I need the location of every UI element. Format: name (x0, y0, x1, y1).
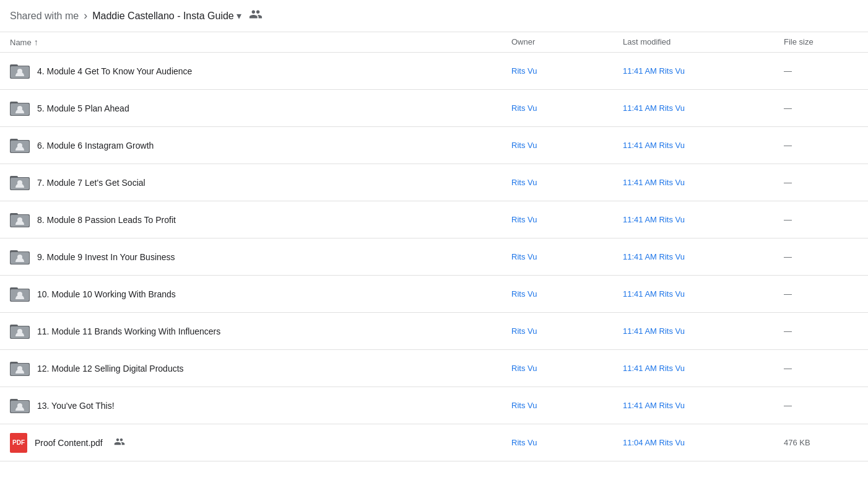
owner-cell: Rits Vu (511, 326, 623, 336)
owner-cell: Rits Vu (511, 438, 623, 447)
owner-cell: Rits Vu (511, 178, 623, 187)
sort-ascending-icon: ↑ (34, 37, 38, 47)
folder-icon (10, 359, 30, 378)
filesize-cell: — (784, 215, 858, 224)
file-name-cell: 9. Module 9 Invest In Your Business (10, 247, 511, 267)
column-name[interactable]: Name ↑ (10, 37, 511, 47)
column-owner[interactable]: Owner (511, 37, 623, 47)
file-label: 12. Module 12 Selling Digital Products (37, 364, 184, 374)
table-header: Name ↑ Owner Last modified File size (0, 32, 868, 53)
file-name-cell: PDFProof Content.pdf (10, 433, 511, 453)
breadcrumb-root[interactable]: Shared with me (10, 11, 79, 22)
breadcrumb-current-label[interactable]: Maddie Castellano - Insta Guide (92, 11, 234, 22)
folder-icon (10, 321, 30, 341)
table-row[interactable]: 12. Module 12 Selling Digital ProductsRi… (0, 350, 868, 387)
file-label: 4. Module 4 Get To Know Your Audience (37, 66, 192, 76)
table-row[interactable]: 6. Module 6 Instagram GrowthRits Vu11:41… (0, 127, 868, 164)
chevron-down-icon[interactable]: ▾ (237, 10, 241, 22)
owner-cell: Rits Vu (511, 289, 623, 299)
folder-icon (10, 98, 30, 118)
table-row[interactable]: 8. Module 8 Passion Leads To ProfitRits … (0, 201, 868, 238)
file-label: 9. Module 9 Invest In Your Business (37, 252, 175, 262)
owner-cell: Rits Vu (511, 141, 623, 150)
table-row[interactable]: 11. Module 11 Brands Working With Influe… (0, 313, 868, 350)
file-name-cell: 10. Module 10 Working With Brands (10, 284, 511, 304)
modified-cell: 11:41 AM Rits Vu (623, 178, 784, 187)
filesize-cell: — (784, 364, 858, 373)
table-row[interactable]: 5. Module 5 Plan AheadRits Vu11:41 AM Ri… (0, 90, 868, 127)
filesize-cell: — (784, 141, 858, 150)
breadcrumb: Shared with me › Maddie Castellano - Ins… (0, 0, 868, 32)
folder-icon (10, 61, 30, 81)
file-name-cell: 6. Module 6 Instagram Growth (10, 136, 511, 155)
filesize-cell: 476 KB (784, 438, 858, 447)
modified-cell: 11:41 AM Rits Vu (623, 401, 784, 410)
file-label: Proof Content.pdf (35, 438, 103, 448)
modified-cell: 11:41 AM Rits Vu (623, 66, 784, 76)
file-name-cell: 12. Module 12 Selling Digital Products (10, 359, 511, 378)
table-row[interactable]: 9. Module 9 Invest In Your BusinessRits … (0, 238, 868, 276)
owner-cell: Rits Vu (511, 364, 623, 373)
modified-cell: 11:41 AM Rits Vu (623, 364, 784, 373)
file-label: 11. Module 11 Brands Working With Influe… (37, 326, 220, 336)
file-name-cell: 5. Module 5 Plan Ahead (10, 98, 511, 118)
column-filesize[interactable]: File size (784, 37, 858, 47)
modified-cell: 11:04 AM Rits Vu (623, 438, 784, 447)
share-icon[interactable] (249, 7, 263, 24)
pdf-icon: PDF (10, 433, 27, 453)
column-modified[interactable]: Last modified (623, 37, 784, 47)
file-name-cell: 11. Module 11 Brands Working With Influe… (10, 321, 511, 341)
folder-icon (10, 136, 30, 155)
breadcrumb-separator: › (84, 9, 87, 22)
modified-cell: 11:41 AM Rits Vu (623, 289, 784, 299)
filesize-cell: — (784, 103, 858, 113)
filesize-cell: — (784, 66, 858, 76)
owner-cell: Rits Vu (511, 103, 623, 113)
table-row[interactable]: 4. Module 4 Get To Know Your AudienceRit… (0, 53, 868, 90)
breadcrumb-current-container: Maddie Castellano - Insta Guide ▾ (92, 10, 241, 22)
owner-cell: Rits Vu (511, 252, 623, 261)
owner-cell: Rits Vu (511, 401, 623, 410)
folder-icon (10, 173, 30, 193)
table-row[interactable]: PDFProof Content.pdfRits Vu11:04 AM Rits… (0, 424, 868, 461)
table-row[interactable]: 7. Module 7 Let's Get SocialRits Vu11:41… (0, 164, 868, 201)
folder-icon (10, 210, 30, 230)
file-name-cell: 8. Module 8 Passion Leads To Profit (10, 210, 511, 230)
shared-people-icon (114, 436, 125, 449)
file-label: 6. Module 6 Instagram Growth (37, 141, 154, 151)
modified-cell: 11:41 AM Rits Vu (623, 215, 784, 224)
modified-cell: 11:41 AM Rits Vu (623, 103, 784, 113)
folder-icon (10, 396, 30, 416)
owner-cell: Rits Vu (511, 215, 623, 224)
file-label: 13. You've Got This! (37, 401, 115, 411)
modified-cell: 11:41 AM Rits Vu (623, 141, 784, 150)
file-label: 7. Module 7 Let's Get Social (37, 178, 145, 188)
filesize-cell: — (784, 289, 858, 299)
file-name-cell: 13. You've Got This! (10, 396, 511, 416)
file-label: 10. Module 10 Working With Brands (37, 289, 176, 299)
modified-cell: 11:41 AM Rits Vu (623, 252, 784, 261)
modified-cell: 11:41 AM Rits Vu (623, 326, 784, 336)
filesize-cell: — (784, 252, 858, 261)
folder-icon (10, 284, 30, 304)
folder-icon (10, 247, 30, 267)
table-row[interactable]: 10. Module 10 Working With BrandsRits Vu… (0, 276, 868, 313)
file-label: 5. Module 5 Plan Ahead (37, 103, 129, 113)
filesize-cell: — (784, 401, 858, 410)
file-label: 8. Module 8 Passion Leads To Profit (37, 215, 176, 225)
file-name-cell: 7. Module 7 Let's Get Social (10, 173, 511, 193)
file-list: 4. Module 4 Get To Know Your AudienceRit… (0, 53, 868, 461)
owner-cell: Rits Vu (511, 66, 623, 76)
filesize-cell: — (784, 178, 858, 187)
filesize-cell: — (784, 326, 858, 336)
table-row[interactable]: 13. You've Got This!Rits Vu11:41 AM Rits… (0, 387, 868, 424)
file-name-cell: 4. Module 4 Get To Know Your Audience (10, 61, 511, 81)
